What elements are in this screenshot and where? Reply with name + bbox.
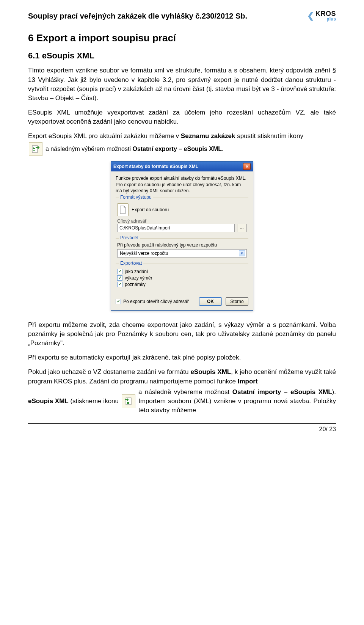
convert-hint: Při převodu použít následovný typ verze … [117, 242, 247, 248]
group-format-label: Formát výstupu [119, 195, 153, 200]
paragraph-3-line2: a následným výběrem možnosti Ostatní exp… [46, 146, 336, 152]
svg-rect-6 [127, 403, 129, 404]
export-dialog: Export stavby do formátu eSoupis XML ✕ F… [111, 161, 253, 311]
page-number: 20/ 23 [28, 426, 336, 433]
section-heading: 6 Export a import soupisu prací [28, 32, 336, 44]
checkbox-icon: ✓ [117, 282, 122, 287]
brand-logo: ❮ KROS plus [307, 11, 336, 21]
checkbox-icon: ✓ [117, 275, 122, 281]
dialog-titlebar[interactable]: Export stavby do formátu eSoupis XML ✕ [111, 162, 253, 171]
svg-rect-1 [33, 147, 34, 148]
paragraph-1: Tímto exportem vznikne soubor ve formátu… [28, 66, 336, 103]
check-bill-of-quantities[interactable]: ✓ výkazy výměr [117, 275, 247, 281]
ok-button[interactable]: OK [199, 297, 222, 306]
target-dir-label: Cílový adresář [117, 218, 247, 224]
checkbox-icon: ✓ [116, 299, 121, 304]
check-as-assignment[interactable]: ✓ jako zadání [117, 269, 247, 274]
footer-divider [28, 423, 336, 424]
svg-rect-5 [127, 402, 129, 403]
paragraph-6: Pokud jako uchazeč o VZ dostaneme zadání… [28, 367, 336, 386]
version-select-value: Nejvyšší verze rozpočtu [120, 251, 168, 256]
subsection-heading: 6.1 eSoupis XML [28, 51, 336, 61]
checkbox-icon: ✓ [117, 269, 122, 274]
paragraph-7: eSoupis XML (stiskneme ikonu a následně … [28, 388, 336, 415]
svg-rect-3 [33, 150, 35, 151]
page-header-title: Soupisy prací veřejných zakázek dle vyhl… [28, 12, 247, 20]
export-to-file-label: Export do souboru [132, 207, 169, 212]
check-notes[interactable]: ✓ poznámky [117, 282, 247, 287]
chevron-down-icon: ▼ [239, 250, 245, 256]
paragraph-5: Při exportu se automaticky exportují jak… [28, 353, 336, 362]
header-divider [28, 23, 336, 23]
paragraph-2: ESoupis XML umožňuje vyexportovat zadání… [28, 108, 336, 126]
close-icon[interactable]: ✕ [243, 163, 251, 170]
group-export-label: Exportovat [119, 261, 143, 266]
chevron-left-icon: ❮ [307, 11, 314, 21]
export-icon [29, 142, 42, 156]
logo-sub: plus [315, 17, 336, 21]
browse-button[interactable]: ... [237, 224, 247, 232]
dialog-description: Funkce provede export aktuální stavby do… [116, 175, 248, 194]
check-open-folder[interactable]: ✓ Po exportu otevřít cílový adresář [116, 299, 189, 304]
file-icon[interactable] [117, 203, 129, 216]
version-select[interactable]: Nejvyšší verze rozpočtu ▼ [117, 249, 247, 258]
cancel-button[interactable]: Storno [226, 297, 248, 306]
paragraph-3-line1: Export eSoupis XML pro aktuální zakázku … [28, 132, 336, 141]
group-convert-label: Převádět [119, 235, 140, 240]
target-dir-input[interactable]: C:\KROSplusData\Import [117, 224, 235, 232]
svg-rect-2 [33, 148, 35, 149]
paragraph-4: Při exportu můžeme zvolit, zda chceme ex… [28, 320, 336, 348]
import-icon [122, 394, 135, 408]
dialog-title: Export stavby do formátu eSoupis XML [113, 164, 198, 169]
